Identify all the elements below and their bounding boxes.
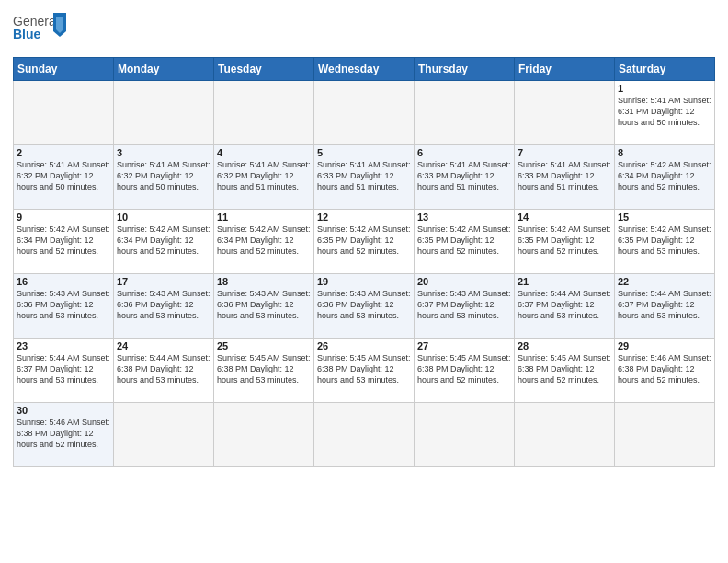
day-info: Sunrise: 5:43 AM Sunset: 6:36 PM Dayligh… (117, 288, 210, 321)
day-number: 25 (217, 340, 311, 351)
calendar-day-cell: 24Sunrise: 5:44 AM Sunset: 6:38 PM Dayli… (114, 339, 214, 403)
page: General Blue Sunday Monday Tuesday Wedne… (0, 0, 728, 477)
calendar-day-cell: 5Sunrise: 5:41 AM Sunset: 6:33 PM Daylig… (314, 145, 415, 210)
day-number: 23 (17, 340, 110, 351)
calendar-day-cell (14, 81, 114, 145)
day-number: 1 (618, 83, 711, 94)
calendar-day-cell: 1Sunrise: 5:41 AM Sunset: 6:31 PM Daylig… (615, 81, 715, 145)
calendar-day-cell: 20Sunrise: 5:43 AM Sunset: 6:37 PM Dayli… (415, 274, 515, 339)
calendar-day-cell (415, 81, 515, 145)
calendar-day-cell (415, 403, 515, 467)
day-info: Sunrise: 5:43 AM Sunset: 6:36 PM Dayligh… (217, 288, 311, 321)
day-number: 16 (17, 276, 110, 287)
day-info: Sunrise: 5:46 AM Sunset: 6:38 PM Dayligh… (618, 352, 711, 385)
day-number: 12 (317, 212, 411, 223)
day-number: 20 (417, 276, 511, 287)
calendar-day-cell: 25Sunrise: 5:45 AM Sunset: 6:38 PM Dayli… (214, 339, 314, 403)
day-number: 13 (417, 212, 511, 223)
day-info: Sunrise: 5:41 AM Sunset: 6:33 PM Dayligh… (417, 159, 511, 192)
day-number: 18 (217, 276, 311, 287)
day-info: Sunrise: 5:41 AM Sunset: 6:33 PM Dayligh… (518, 159, 611, 192)
calendar-day-cell: 12Sunrise: 5:42 AM Sunset: 6:35 PM Dayli… (314, 210, 415, 274)
day-number: 27 (417, 340, 511, 351)
calendar-week-row: 2Sunrise: 5:41 AM Sunset: 6:32 PM Daylig… (14, 145, 715, 210)
day-info: Sunrise: 5:41 AM Sunset: 6:32 PM Dayligh… (17, 159, 110, 192)
day-info: Sunrise: 5:41 AM Sunset: 6:32 PM Dayligh… (117, 159, 210, 192)
calendar-day-cell (214, 403, 314, 467)
calendar-week-row: 23Sunrise: 5:44 AM Sunset: 6:37 PM Dayli… (14, 339, 715, 403)
calendar-day-cell (515, 403, 615, 467)
calendar-day-cell: 28Sunrise: 5:45 AM Sunset: 6:38 PM Dayli… (515, 339, 615, 403)
calendar-day-cell: 23Sunrise: 5:44 AM Sunset: 6:37 PM Dayli… (14, 339, 114, 403)
header-monday: Monday (114, 58, 214, 81)
day-info: Sunrise: 5:45 AM Sunset: 6:38 PM Dayligh… (217, 352, 311, 385)
day-number: 6 (417, 147, 511, 158)
calendar-day-cell: 3Sunrise: 5:41 AM Sunset: 6:32 PM Daylig… (114, 145, 214, 210)
calendar-day-cell: 17Sunrise: 5:43 AM Sunset: 6:36 PM Dayli… (114, 274, 214, 339)
day-number: 3 (117, 147, 210, 158)
day-info: Sunrise: 5:42 AM Sunset: 6:34 PM Dayligh… (217, 224, 311, 257)
day-info: Sunrise: 5:42 AM Sunset: 6:34 PM Dayligh… (618, 159, 711, 192)
day-number: 26 (317, 340, 411, 351)
calendar-day-cell: 11Sunrise: 5:42 AM Sunset: 6:34 PM Dayli… (214, 210, 314, 274)
day-number: 5 (317, 147, 411, 158)
day-number: 30 (17, 405, 110, 416)
calendar-day-cell (314, 81, 415, 145)
calendar-day-cell: 13Sunrise: 5:42 AM Sunset: 6:35 PM Dayli… (415, 210, 515, 274)
header-thursday: Thursday (415, 58, 515, 81)
day-number: 22 (618, 276, 711, 287)
calendar-day-cell: 6Sunrise: 5:41 AM Sunset: 6:33 PM Daylig… (415, 145, 515, 210)
calendar-day-cell (114, 81, 214, 145)
day-number: 19 (317, 276, 411, 287)
day-info: Sunrise: 5:42 AM Sunset: 6:34 PM Dayligh… (117, 224, 210, 257)
header-tuesday: Tuesday (214, 58, 314, 81)
calendar-week-row: 30Sunrise: 5:46 AM Sunset: 6:38 PM Dayli… (14, 403, 715, 467)
day-number: 14 (518, 212, 611, 223)
calendar-day-cell: 10Sunrise: 5:42 AM Sunset: 6:34 PM Dayli… (114, 210, 214, 274)
day-number: 15 (618, 212, 711, 223)
day-number: 4 (217, 147, 311, 158)
day-info: Sunrise: 5:42 AM Sunset: 6:35 PM Dayligh… (618, 224, 711, 257)
day-info: Sunrise: 5:45 AM Sunset: 6:38 PM Dayligh… (518, 352, 611, 385)
header-wednesday: Wednesday (314, 58, 415, 81)
calendar-day-cell: 21Sunrise: 5:44 AM Sunset: 6:37 PM Dayli… (515, 274, 615, 339)
logo: General Blue (13, 9, 68, 50)
calendar-day-cell (114, 403, 214, 467)
day-number: 11 (217, 212, 311, 223)
calendar-day-cell: 14Sunrise: 5:42 AM Sunset: 6:35 PM Dayli… (515, 210, 615, 274)
day-number: 2 (17, 147, 110, 158)
day-number: 21 (518, 276, 611, 287)
day-number: 9 (17, 212, 110, 223)
calendar-day-cell: 26Sunrise: 5:45 AM Sunset: 6:38 PM Dayli… (314, 339, 415, 403)
day-info: Sunrise: 5:44 AM Sunset: 6:37 PM Dayligh… (618, 288, 711, 321)
day-number: 8 (618, 147, 711, 158)
calendar-day-cell: 16Sunrise: 5:43 AM Sunset: 6:36 PM Dayli… (14, 274, 114, 339)
day-info: Sunrise: 5:44 AM Sunset: 6:37 PM Dayligh… (518, 288, 611, 321)
calendar-day-cell: 19Sunrise: 5:43 AM Sunset: 6:36 PM Dayli… (314, 274, 415, 339)
calendar-table: Sunday Monday Tuesday Wednesday Thursday… (13, 57, 715, 467)
header: General Blue (13, 9, 715, 50)
day-info: Sunrise: 5:42 AM Sunset: 6:35 PM Dayligh… (317, 224, 411, 257)
day-info: Sunrise: 5:44 AM Sunset: 6:37 PM Dayligh… (17, 352, 110, 385)
day-number: 10 (117, 212, 210, 223)
calendar-day-cell (214, 81, 314, 145)
calendar-week-row: 9Sunrise: 5:42 AM Sunset: 6:34 PM Daylig… (14, 210, 715, 274)
day-info: Sunrise: 5:41 AM Sunset: 6:32 PM Dayligh… (217, 159, 311, 192)
day-number: 24 (117, 340, 210, 351)
day-number: 17 (117, 276, 210, 287)
day-info: Sunrise: 5:41 AM Sunset: 6:33 PM Dayligh… (317, 159, 411, 192)
calendar-day-cell: 30Sunrise: 5:46 AM Sunset: 6:38 PM Dayli… (14, 403, 114, 467)
day-number: 28 (518, 340, 611, 351)
day-info: Sunrise: 5:42 AM Sunset: 6:34 PM Dayligh… (17, 224, 110, 257)
day-info: Sunrise: 5:45 AM Sunset: 6:38 PM Dayligh… (417, 352, 511, 385)
calendar-day-cell: 4Sunrise: 5:41 AM Sunset: 6:32 PM Daylig… (214, 145, 314, 210)
day-number: 7 (518, 147, 611, 158)
calendar-day-cell (515, 81, 615, 145)
calendar-week-row: 16Sunrise: 5:43 AM Sunset: 6:36 PM Dayli… (14, 274, 715, 339)
header-friday: Friday (515, 58, 615, 81)
calendar-day-cell: 22Sunrise: 5:44 AM Sunset: 6:37 PM Dayli… (615, 274, 715, 339)
calendar-day-cell: 29Sunrise: 5:46 AM Sunset: 6:38 PM Dayli… (615, 339, 715, 403)
calendar-day-cell: 9Sunrise: 5:42 AM Sunset: 6:34 PM Daylig… (14, 210, 114, 274)
calendar-day-cell (615, 403, 715, 467)
generalblue-logo-icon: General Blue (13, 9, 68, 50)
